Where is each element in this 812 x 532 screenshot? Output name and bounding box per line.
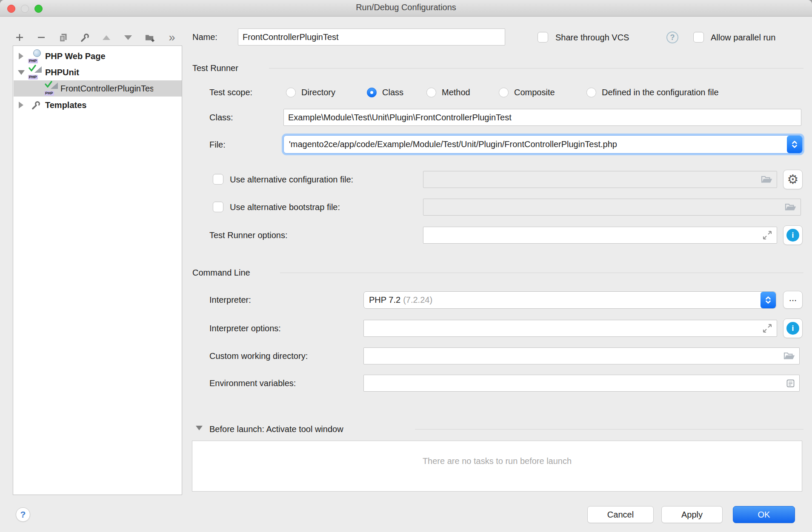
settings-button[interactable]: ⚙ [783,170,803,189]
section-divider [269,68,803,68]
before-launch-title: Before launch: Activate tool window [209,423,343,435]
copy-icon[interactable] [58,32,68,43]
command-line-section-title: Command Line [192,267,250,279]
php-badge: PHP [28,59,38,63]
name-value: FrontControllerPluginTest [243,32,339,42]
info-button[interactable]: i [783,225,803,245]
cancel-button[interactable]: Cancel [587,506,654,523]
test-scope-label: Test scope: [209,86,252,98]
help-button[interactable]: ? [16,507,30,522]
working-dir-input[interactable] [363,347,800,364]
info-icon: i [786,322,799,335]
globe-icon [33,49,41,57]
env-vars-input[interactable] [363,375,800,392]
working-dir-label: Custom working directory: [209,350,308,362]
test-runner-options-label: Test Runner options: [209,229,287,241]
name-input[interactable]: FrontControllerPluginTest [238,28,505,46]
move-down-icon[interactable] [123,32,133,43]
radio-directory[interactable] [286,88,296,97]
combo-stepper-icon[interactable] [761,292,776,308]
alt-bootstrap-path-field[interactable] [423,199,801,216]
test-runner-options-input[interactable] [423,227,777,244]
phpunit-test-icon: PHP [44,81,60,96]
class-label: Class: [209,111,233,123]
wrench-icon[interactable] [80,32,90,43]
templates-icon [28,97,43,113]
tree-item-php-web-page[interactable]: PHP PHP Web Page [14,48,182,64]
php-web-page-icon: PHP [28,48,43,64]
tree-item-label: FrontControllerPluginTest [60,84,153,94]
folder-icon[interactable] [783,352,795,360]
ok-button[interactable]: OK [733,506,795,523]
section-divider [280,273,803,273]
tree-item-frontcontrollerplugintest[interactable]: PHP FrontControllerPluginTest [14,80,182,97]
tree-item-label: Templates [45,100,86,110]
tree-item-phpunit[interactable]: PHP PHPUnit [14,64,182,80]
expand-icon[interactable] [762,230,772,240]
test-runner-section-title: Test Runner [192,62,238,74]
interpreter-label: Interpreter: [209,294,251,306]
info-button[interactable]: i [783,319,803,338]
chevron-right-icon[interactable] [19,102,23,108]
name-label: Name: [192,31,217,43]
phpunit-icon: PHP [28,65,43,80]
interpreter-value: PHP 7.2(7.2.24) [364,295,761,305]
tree-item-label: PHPUnit [45,68,79,77]
radio-composite[interactable] [499,88,509,97]
browse-interpreters-button[interactable]: ... [783,291,803,309]
check-icon [29,65,36,71]
collapse-icon[interactable] [196,426,203,430]
alt-config-path-field[interactable] [423,171,777,188]
window-title: Run/Debug Configurations [0,3,812,12]
interpreter-version: (7.2.24) [403,295,432,304]
section-divider [415,429,803,430]
interpreter-options-input[interactable] [363,320,777,337]
radio-directory-label: Directory [301,86,335,98]
info-icon: i [786,229,799,242]
radio-method-label: Method [442,86,470,98]
title-bar: Run/Debug Configurations [0,0,812,17]
configurations-tree: PHP PHP Web Page PHP PHPUnit PHP [13,46,182,495]
folder-icon[interactable] [761,175,772,184]
allow-parallel-checkbox[interactable] [693,32,704,43]
tree-item-templates[interactable]: Templates [14,97,182,113]
chevron-down-icon[interactable] [18,70,25,75]
expand-icon[interactable] [762,323,772,333]
interpreter-select[interactable]: PHP 7.2(7.2.24) [363,291,776,309]
more-icon[interactable]: » [166,32,177,43]
radio-method[interactable] [426,88,436,97]
empty-tasks-message: There are no tasks to run before launch [423,456,572,466]
config-toolbar: » [14,30,177,45]
file-value: 'magento2ce/app/code/Example/Module/Test… [284,139,787,149]
apply-button[interactable]: Apply [661,506,723,523]
gear-icon: ⚙ [787,173,799,186]
alt-bootstrap-checkbox[interactable] [213,202,223,212]
help-icon[interactable]: ? [666,31,678,43]
check-icon [45,81,52,88]
before-launch-task-list: There are no tasks to run before launch [192,441,802,492]
share-vcs-checkbox[interactable] [538,32,548,43]
radio-class[interactable] [367,88,377,97]
php-badge: PHP [28,75,38,80]
add-icon[interactable] [14,32,25,43]
remove-icon[interactable] [36,32,46,43]
radio-defined-in-config[interactable] [586,88,596,97]
new-folder-icon[interactable] [145,32,155,43]
combo-stepper-icon[interactable] [787,136,802,153]
env-list-icon[interactable] [786,379,795,388]
alt-bootstrap-label: Use alternative bootstrap file: [230,201,340,213]
alt-config-label: Use alternative configuration file: [230,174,353,185]
env-vars-label: Environment variables: [209,377,296,389]
interpreter-options-label: Interpreter options: [209,322,281,334]
ellipsis-label: ... [789,293,797,304]
alt-config-checkbox[interactable] [213,174,223,185]
file-combobox[interactable]: 'magento2ce/app/code/Example/Module/Test… [283,135,803,154]
class-value: Example\Module\Test\Unit\Plugin\FrontCon… [288,113,512,122]
move-up-icon[interactable] [101,32,112,43]
php-badge: PHP [44,91,54,96]
radio-defined-in-config-label: Defined in the configuration file [602,86,719,98]
class-input[interactable]: Example\Module\Test\Unit\Plugin\FrontCon… [283,109,801,126]
folder-icon[interactable] [785,203,796,211]
allow-parallel-label: Allow parallel run [711,31,775,43]
chevron-right-icon[interactable] [19,53,23,60]
